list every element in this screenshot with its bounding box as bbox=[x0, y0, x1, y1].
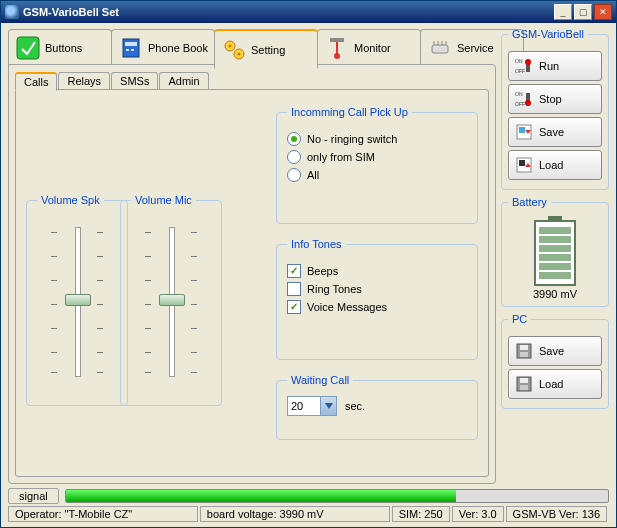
svg-rect-9 bbox=[330, 38, 344, 42]
info-tones-legend: Info Tones bbox=[287, 238, 346, 250]
button-label: Run bbox=[539, 60, 559, 72]
info-ring[interactable]: ✓ Ring Tones bbox=[287, 282, 467, 296]
chevron-down-icon bbox=[320, 397, 336, 415]
volume-mic-slider[interactable] bbox=[131, 222, 211, 382]
save-icon bbox=[515, 123, 533, 141]
signal-bar bbox=[65, 489, 609, 503]
incoming-opt-all[interactable]: All bbox=[287, 168, 467, 182]
gsm-save-button[interactable]: Save bbox=[508, 117, 602, 147]
incoming-opt-no[interactable]: No - ringing switch bbox=[287, 132, 467, 146]
work-area: Calls Relays SMSs Admin Volume Spk bbox=[8, 64, 496, 484]
checkbox-icon: ✓ bbox=[287, 264, 301, 278]
pc-group: PC Save Load bbox=[501, 313, 609, 409]
window-title: GSM-VarioBell Set bbox=[23, 6, 552, 18]
waiting-call-group: Waiting Call 20 sec. bbox=[276, 374, 478, 440]
subtab-label: Relays bbox=[67, 75, 101, 87]
status-boardvolt: board voltage: 3990 mV bbox=[200, 506, 390, 522]
pc-load-button[interactable]: Load bbox=[508, 369, 602, 399]
checkbox-label: Beeps bbox=[307, 265, 338, 277]
close-button[interactable]: ✕ bbox=[594, 4, 612, 20]
checkbox-label: Voice Messages bbox=[307, 301, 387, 313]
tab-buttons[interactable]: Buttons bbox=[8, 29, 112, 66]
info-tones-group: Info Tones ✓ Beeps ✓ Ring Tones ✓ Voice … bbox=[276, 238, 478, 360]
tab-label: Monitor bbox=[354, 42, 391, 54]
incoming-legend: Incomming Call Pick Up bbox=[287, 106, 412, 118]
service-icon bbox=[427, 35, 453, 61]
calls-panel: Volume Spk Volume Mic bbox=[15, 89, 489, 477]
svg-text:ON: ON bbox=[515, 91, 523, 97]
tab-setting[interactable]: Setting bbox=[214, 29, 318, 69]
tab-label: Service bbox=[457, 42, 494, 54]
svg-text:ON: ON bbox=[515, 58, 523, 64]
volume-spk-legend: Volume Spk bbox=[37, 194, 104, 206]
tab-monitor[interactable]: Monitor bbox=[317, 29, 421, 66]
button-label: Load bbox=[539, 378, 563, 390]
load-icon bbox=[515, 156, 533, 174]
subtab-calls[interactable]: Calls bbox=[15, 72, 57, 91]
status-operator: Operator: "T-Mobile CZ" bbox=[8, 506, 198, 522]
info-voice[interactable]: ✓ Voice Messages bbox=[287, 300, 467, 314]
app-icon bbox=[5, 5, 19, 19]
waiting-unit: sec. bbox=[345, 400, 365, 412]
svg-point-20 bbox=[525, 59, 531, 65]
svg-rect-2 bbox=[125, 42, 137, 46]
run-button[interactable]: ONOFF Run bbox=[508, 51, 602, 81]
minimize-button[interactable]: _ bbox=[554, 4, 572, 20]
tab-label: Setting bbox=[251, 44, 285, 56]
button-label: Stop bbox=[539, 93, 562, 105]
app-window: GSM-VarioBell Set _ ▢ ✕ Buttons Phone Bo… bbox=[0, 0, 617, 528]
info-beeps[interactable]: ✓ Beeps bbox=[287, 264, 467, 278]
phonebook-icon bbox=[118, 35, 144, 61]
switch-off-icon: ONOFF bbox=[515, 90, 533, 108]
checkbox-label: Ring Tones bbox=[307, 283, 362, 295]
gsm-load-button[interactable]: Load bbox=[508, 150, 602, 180]
svg-rect-28 bbox=[519, 160, 525, 166]
checkbox-icon: ✓ bbox=[287, 282, 301, 296]
volume-spk-slider[interactable] bbox=[37, 222, 117, 382]
svg-rect-26 bbox=[519, 127, 525, 133]
waiting-legend: Waiting Call bbox=[287, 374, 353, 386]
status-gsmvbver: GSM-VB Ver: 136 bbox=[506, 506, 607, 522]
svg-rect-4 bbox=[131, 49, 134, 51]
button-label: Load bbox=[539, 159, 563, 171]
incoming-opt-sim[interactable]: only from SIM bbox=[287, 150, 467, 164]
status-bar: signal Operator: "T-Mobile CZ" board vol… bbox=[8, 488, 609, 522]
status-sim: SIM: 250 bbox=[392, 506, 450, 522]
stop-button[interactable]: ONOFF Stop bbox=[508, 84, 602, 114]
battery-legend: Battery bbox=[508, 196, 551, 208]
volume-spk-group: Volume Spk bbox=[26, 194, 128, 406]
svg-point-8 bbox=[238, 52, 241, 55]
radio-icon bbox=[287, 132, 301, 146]
svg-point-24 bbox=[525, 100, 531, 106]
waiting-select[interactable]: 20 bbox=[287, 396, 337, 416]
tab-label: Buttons bbox=[45, 42, 82, 54]
button-label: Save bbox=[539, 126, 564, 138]
status-ver: Ver: 3.0 bbox=[452, 506, 504, 522]
tab-phonebook[interactable]: Phone Book bbox=[111, 29, 215, 66]
subtab-label: Admin bbox=[168, 75, 199, 87]
monitor-icon bbox=[324, 35, 350, 61]
radio-label: All bbox=[307, 169, 319, 181]
volume-mic-legend: Volume Mic bbox=[131, 194, 196, 206]
switch-on-icon: ONOFF bbox=[515, 57, 533, 75]
volume-mic-group: Volume Mic bbox=[120, 194, 222, 406]
radio-label: only from SIM bbox=[307, 151, 375, 163]
battery-group: Battery 3990 mV bbox=[501, 196, 609, 307]
svg-point-6 bbox=[229, 44, 232, 47]
svg-rect-30 bbox=[520, 345, 528, 350]
svg-rect-1 bbox=[123, 39, 139, 57]
radio-label: No - ringing switch bbox=[307, 133, 397, 145]
battery-value: 3990 mV bbox=[508, 288, 602, 300]
pc-legend: PC bbox=[508, 313, 531, 325]
main-tab-strip: Buttons Phone Book Setting Monitor bbox=[8, 28, 494, 66]
svg-text:OFF: OFF bbox=[515, 101, 525, 107]
svg-rect-34 bbox=[520, 385, 528, 390]
svg-point-11 bbox=[334, 53, 340, 59]
radio-icon bbox=[287, 168, 301, 182]
subtab-label: SMSs bbox=[120, 75, 149, 87]
svg-text:OFF: OFF bbox=[515, 68, 525, 74]
buttons-icon bbox=[15, 35, 41, 61]
pc-save-button[interactable]: Save bbox=[508, 336, 602, 366]
maximize-button[interactable]: ▢ bbox=[574, 4, 592, 20]
checkbox-icon: ✓ bbox=[287, 300, 301, 314]
